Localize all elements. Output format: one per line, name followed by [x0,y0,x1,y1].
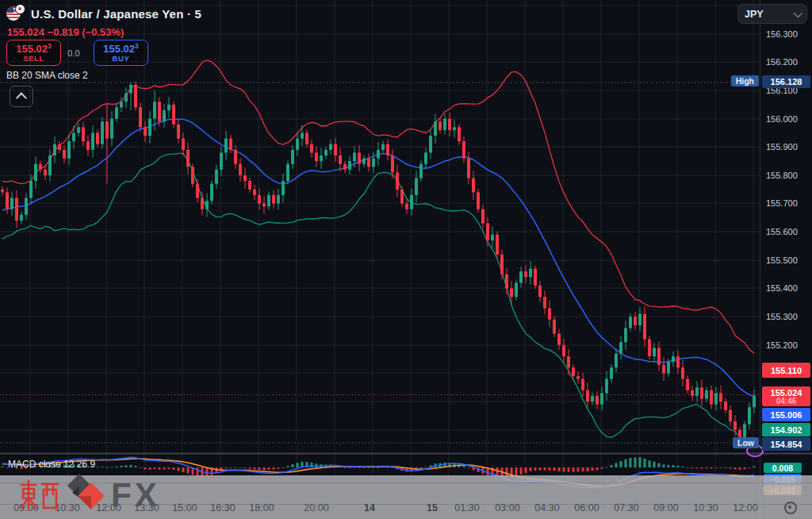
low-badge-chip: Low [733,437,759,448]
time-axis-label: 15 [427,502,438,513]
time-axis-label: 16:30 [210,502,235,513]
time-axis-label: 14 [364,502,375,513]
bb-indicator-legend[interactable]: BB 20 SMA close 2 [6,70,88,81]
time-axis-label: 20:00 [304,502,328,513]
symbol-title[interactable]: U.S. Dollar / Japanese Yen · 5 [31,7,201,21]
currency-selector[interactable]: JPY [737,4,807,24]
bb-lower-badge: 154.902 [762,423,810,436]
axis-badge-layer: High156.128155.110155.02404:46155.006154… [0,0,812,519]
collapse-panel-button[interactable] [10,86,33,107]
time-axis-label: 07:30 [614,502,638,513]
low-badge: 154.854 [762,437,810,451]
last-price-change: 155.024 −0.819 (−0.53%) [7,26,124,38]
watermark-fx-text: FX [111,476,160,514]
bb-mid-badge: 155.006 [762,408,810,421]
macd-indicator-legend[interactable]: MACD close 12 26 9 [8,459,95,470]
watermark-cjk [19,478,60,513]
time-axis-label: 12:00 [733,502,757,513]
time-axis-label: 04:30 [534,502,559,513]
high-badge-chip: High [731,75,759,86]
bb-upper-badge: 155.110 [762,363,810,378]
high-badge: 156.128 [762,75,810,88]
watermark-diamond-icon [62,472,109,518]
buy-button[interactable]: 155.023 BUY [94,40,148,66]
time-axis-label: 01:30 [454,502,479,513]
axis-settings-icon[interactable] [784,502,797,514]
symbol-title-row[interactable]: U.S. Dollar / Japanese Yen · 5 [6,6,201,21]
currency-selector-value: JPY [745,9,764,20]
trade-buttons-row: 155.023 SELL 0.0 155.023 BUY [6,40,148,66]
spread-value: 0.0 [61,48,86,58]
usdjpy-flag-icon [6,6,25,21]
time-axis-label: 18:00 [249,502,274,513]
time-axis-label: 03:00 [495,502,519,513]
sell-button[interactable]: 155.023 SELL [6,40,61,66]
time-axis-label: 10:30 [693,502,718,513]
time-axis-strip[interactable]: 09:0010:3012:0013:3015:0016:3018:0020:00… [0,475,812,519]
time-axis-label: 06:00 [574,502,599,513]
chevron-down-icon [794,8,802,17]
time-axis-label: 15:00 [172,502,197,513]
last-price-badge: 155.02404:46 [762,386,810,406]
trading-chart-window: 156.300156.200156.100156.000155.900155.8… [0,0,812,519]
watermark-logo: FX [19,472,160,518]
chevron-up-icon [16,92,27,103]
macd-hist-badge: 0.008 [764,463,802,473]
time-axis-label: 09:00 [653,502,678,513]
